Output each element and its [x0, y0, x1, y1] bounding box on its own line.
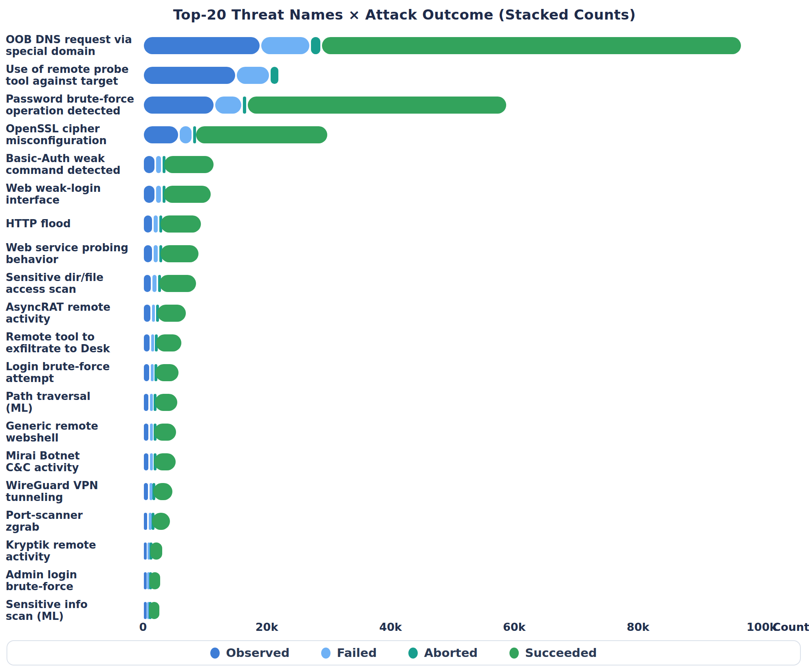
bar-segment-observed — [144, 572, 147, 589]
category-label: Basic-Auth weak command detected — [6, 153, 144, 176]
bar-segment-succeeded — [155, 364, 179, 381]
category-label: Sensitive info scan (ML) — [6, 599, 144, 622]
category-label: OOB DNS request via special domain — [6, 34, 144, 57]
bar-segment-observed — [144, 37, 260, 54]
bar-segment-failed — [261, 37, 309, 54]
bar-segment-failed — [150, 424, 153, 441]
x-axis-tick: 0 — [139, 621, 147, 633]
bar-segment-succeeded — [161, 245, 198, 262]
legend-item-aborted[interactable]: Aborted — [408, 646, 478, 660]
bar-segment-failed — [151, 334, 154, 351]
bar-segment-succeeded — [248, 97, 506, 114]
chart-title: Top-20 Threat Names × Attack Outcome (St… — [0, 7, 809, 23]
bar-segment-failed — [156, 156, 161, 173]
bar-segment-observed — [144, 215, 152, 233]
bar-segment-observed — [144, 156, 154, 173]
legend-marker-icon — [509, 648, 519, 659]
bar-segment-aborted — [271, 67, 278, 84]
bar-segment-observed — [144, 453, 148, 470]
bar-segment-observed — [144, 483, 148, 500]
legend-item-succeeded[interactable]: Succeeded — [509, 646, 597, 660]
legend: ObservedFailedAbortedSucceeded — [7, 640, 801, 665]
category-label: Port-scanner zgrab — [6, 509, 144, 533]
bar-segment-aborted — [243, 97, 246, 114]
bar-segment-failed — [150, 483, 152, 500]
bar-segment-observed — [144, 542, 147, 560]
bar-segment-succeeded — [156, 334, 182, 351]
category-label: Kryptik remote activity — [6, 539, 144, 563]
category-label: Login brute-force attempt — [6, 361, 144, 384]
bar-segment-observed — [144, 364, 149, 381]
legend-marker-icon — [210, 648, 220, 659]
bar-segment-succeeded — [149, 602, 159, 619]
bar-segment-observed — [144, 424, 148, 441]
bar-segment-observed — [144, 67, 235, 84]
legend-marker-icon — [408, 648, 418, 659]
bar-segment-failed — [180, 126, 192, 143]
x-axis-tick: 100k — [747, 621, 777, 633]
category-label: Remote tool to exfiltrate to Desk — [6, 331, 144, 355]
x-axis-unit-label: Count — [773, 621, 809, 633]
legend-label: Failed — [337, 646, 377, 660]
category-label: AsyncRAT remote activity — [6, 301, 144, 325]
x-axis-tick: 40k — [379, 621, 402, 633]
bar-segment-observed — [144, 305, 150, 322]
bar-segment-observed — [144, 186, 154, 203]
bar-segment-succeeded — [159, 275, 196, 292]
bar-segment-failed — [215, 97, 241, 114]
bar-segment-failed — [152, 275, 157, 292]
bar-segment-succeeded — [164, 186, 210, 203]
bar-segment-failed — [151, 364, 154, 381]
bar-segment-observed — [144, 126, 178, 143]
bar-segment-failed — [152, 305, 155, 322]
bar-segment-failed — [150, 453, 153, 470]
category-label: WireGuard VPN tunneling — [6, 480, 144, 503]
x-axis-tick: 20k — [256, 621, 278, 633]
bar-segment-succeeded — [150, 572, 160, 589]
bar-segment-succeeded — [157, 305, 186, 322]
bar-segment-observed — [144, 97, 214, 114]
category-label: Sensitive dir/file access scan — [6, 272, 144, 295]
bar-segment-succeeded — [155, 394, 177, 411]
bar-segment-failed — [156, 186, 161, 203]
legend-item-observed[interactable]: Observed — [210, 646, 289, 660]
bar-segment-observed — [144, 275, 151, 292]
category-label: Password brute-force operation detected — [6, 93, 144, 117]
category-label: Web weak-login interface — [6, 182, 144, 206]
bar-segment-observed — [144, 245, 152, 262]
category-label: Use of remote probe tool against target — [6, 64, 144, 87]
category-label: Generic remote webshell — [6, 420, 144, 444]
x-axis-tick: 60k — [503, 621, 526, 633]
category-label: OpenSSL cipher misconfiguration — [6, 123, 144, 147]
category-label: Web service probing behavior — [6, 242, 144, 266]
category-label: HTTP flood — [6, 218, 144, 230]
bar-segment-observed — [144, 513, 147, 530]
bar-segment-failed — [237, 67, 269, 84]
bar-segment-failed — [150, 394, 153, 411]
bar-segment-succeeded — [161, 215, 201, 233]
bar-segment-succeeded — [164, 156, 213, 173]
bar-segment-succeeded — [322, 37, 741, 54]
legend-label: Succeeded — [525, 646, 597, 660]
bar-segment-succeeded — [152, 513, 170, 530]
bar-segment-failed — [154, 215, 158, 233]
stacked-bar-chart: Top-20 Threat Names × Attack Outcome (St… — [0, 0, 809, 672]
bar-segment-succeeded — [153, 483, 173, 500]
legend-label: Observed — [226, 646, 289, 660]
bar-segment-succeeded — [150, 542, 162, 560]
category-label: Mirai Botnet C&C activity — [6, 450, 144, 474]
bar-segment-succeeded — [154, 424, 176, 441]
x-axis-tick: 80k — [627, 621, 650, 633]
bar-segment-observed — [144, 602, 147, 619]
bar-segment-observed — [144, 394, 148, 411]
bar-segment-observed — [144, 334, 150, 351]
bar-segment-aborted — [311, 37, 320, 54]
bar-segment-failed — [154, 245, 158, 262]
category-label: Admin login brute-force — [6, 569, 144, 593]
legend-marker-icon — [321, 648, 331, 659]
category-label: Path traversal (ML) — [6, 391, 144, 414]
legend-item-failed[interactable]: Failed — [321, 646, 377, 660]
legend-label: Aborted — [424, 646, 478, 660]
bar-segment-succeeded — [154, 453, 175, 470]
bar-segment-succeeded — [196, 126, 327, 143]
